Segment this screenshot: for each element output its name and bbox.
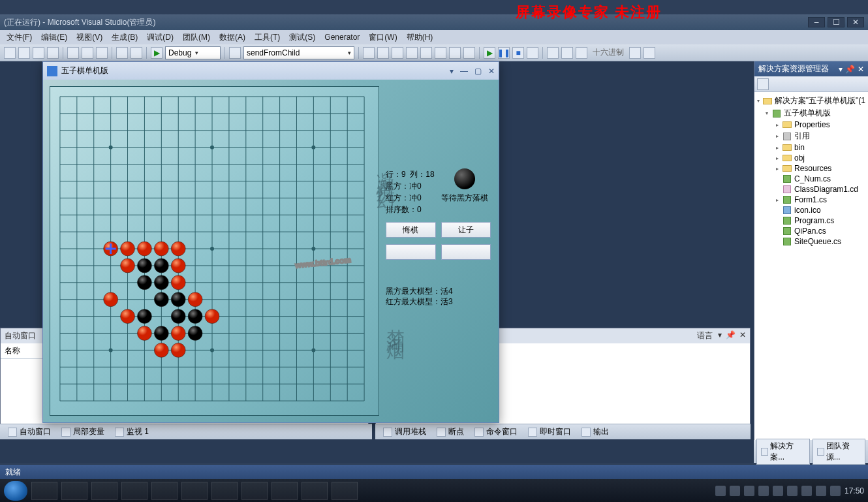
tb-icon-3[interactable] bbox=[392, 47, 403, 59]
gomoku-titlebar[interactable]: 五子棋单机版 ▾ — ▢ ✕ bbox=[43, 62, 499, 80]
game-button-3[interactable] bbox=[386, 244, 436, 260]
tree-row[interactable]: ▸Form1.cs bbox=[756, 195, 867, 205]
save-all-icon[interactable] bbox=[47, 47, 59, 59]
copy-icon[interactable] bbox=[82, 47, 93, 59]
gomoku-maximize-icon[interactable]: ▢ bbox=[474, 67, 482, 76]
panel-pin-icon[interactable]: 📌 bbox=[845, 65, 855, 74]
dbg-step-over-icon[interactable] bbox=[561, 47, 573, 59]
taskbar-item-2[interactable] bbox=[61, 482, 87, 500]
sol-tb-icon[interactable] bbox=[757, 78, 769, 90]
bottom-tab[interactable]: 即时窗口 bbox=[524, 425, 575, 439]
menu-item[interactable]: 数据(A) bbox=[215, 31, 249, 44]
open-icon[interactable] bbox=[18, 47, 30, 59]
bottom-tab[interactable]: 自动窗口 bbox=[4, 425, 55, 439]
tree-row[interactable]: ▸obj bbox=[756, 153, 867, 163]
taskbar-item-9[interactable] bbox=[271, 482, 298, 500]
tb-icon-2[interactable] bbox=[377, 47, 389, 59]
pass-button[interactable]: 让子 bbox=[441, 222, 491, 238]
game-button-4[interactable] bbox=[441, 244, 491, 260]
maximize-button[interactable]: ☐ bbox=[828, 17, 845, 27]
dbg-step-out-icon[interactable] bbox=[576, 47, 587, 59]
dbg-step-into-icon[interactable] bbox=[547, 47, 559, 59]
tb-icon-end1[interactable] bbox=[629, 47, 641, 59]
tree-row[interactable]: C_Num.cs bbox=[756, 174, 867, 184]
menu-item[interactable]: 工具(T) bbox=[251, 31, 284, 44]
panel-close-icon[interactable]: ✕ bbox=[858, 65, 864, 74]
tree-row[interactable]: QiPan.cs bbox=[756, 226, 867, 236]
find-combo[interactable]: sendFromChild▾ bbox=[243, 46, 354, 59]
tree-row[interactable]: ▸bin bbox=[756, 142, 867, 153]
taskbar-item-3[interactable] bbox=[91, 482, 117, 500]
tree-row[interactable]: ▾五子棋单机版 bbox=[756, 107, 867, 119]
tb-icon-end2[interactable] bbox=[643, 47, 655, 59]
undo-icon[interactable] bbox=[116, 47, 128, 59]
bottom-tab[interactable]: 局部变量 bbox=[57, 425, 108, 439]
tree-row[interactable]: ▸引用 bbox=[756, 130, 867, 142]
tray-icon-8[interactable] bbox=[816, 486, 826, 496]
dbg-restart-icon[interactable] bbox=[527, 47, 538, 59]
tree-row[interactable]: SiteQueue.cs bbox=[756, 236, 867, 247]
tray-icon-4[interactable] bbox=[758, 486, 769, 496]
toolbar-icon-a[interactable] bbox=[229, 47, 241, 59]
bottom-tab[interactable]: 命令窗口 bbox=[471, 425, 521, 439]
bottom-tab[interactable]: 调用堆栈 bbox=[379, 425, 430, 439]
menu-item[interactable]: 编辑(E) bbox=[37, 31, 71, 44]
tray-icon-7[interactable] bbox=[801, 486, 812, 496]
taskbar-item-8[interactable] bbox=[241, 482, 268, 500]
new-project-icon[interactable] bbox=[4, 47, 16, 59]
menu-item[interactable]: 窗口(W) bbox=[365, 31, 401, 44]
menu-item[interactable]: 调试(D) bbox=[143, 31, 178, 44]
solution-tree[interactable]: ▾解决方案"五子棋单机版"(1▾五子棋单机版▸Properties▸引用▸bin… bbox=[754, 92, 868, 440]
tree-row[interactable]: ▾解决方案"五子棋单机版"(1 bbox=[756, 95, 867, 107]
menu-item[interactable]: 团队(M) bbox=[179, 31, 214, 44]
menu-item[interactable]: 视图(V) bbox=[72, 31, 106, 44]
paste-icon[interactable] bbox=[96, 47, 108, 59]
menu-item[interactable]: 帮助(H) bbox=[403, 31, 437, 44]
rl-close-icon[interactable]: ✕ bbox=[739, 330, 746, 341]
bottom-tab[interactable]: 监视 1 bbox=[111, 425, 153, 439]
minimize-button[interactable]: – bbox=[808, 17, 825, 27]
menu-item[interactable]: 文件(F) bbox=[3, 31, 36, 44]
taskbar-item-10[interactable] bbox=[302, 482, 328, 500]
tray-icon-3[interactable] bbox=[744, 486, 754, 496]
tb-icon-1[interactable] bbox=[363, 47, 375, 59]
config-combo[interactable]: Debug▾ bbox=[165, 46, 221, 59]
taskbar-item-1[interactable] bbox=[31, 482, 57, 500]
cut-icon[interactable] bbox=[67, 47, 79, 59]
bottom-tab[interactable]: 输出 bbox=[578, 425, 613, 439]
tray-icon-9[interactable] bbox=[830, 486, 841, 496]
start-debug-icon[interactable]: ▶ bbox=[151, 47, 163, 59]
tray-icon-5[interactable] bbox=[773, 486, 783, 496]
redo-icon[interactable] bbox=[131, 47, 142, 59]
tree-row[interactable]: ClassDiagram1.cd bbox=[756, 184, 867, 195]
dbg-stop-icon[interactable]: ■ bbox=[512, 47, 524, 59]
rl-pin-icon[interactable]: 📌 bbox=[726, 330, 736, 341]
menu-item[interactable]: 测试(S) bbox=[285, 31, 319, 44]
close-button[interactable]: ✕ bbox=[847, 17, 864, 27]
gomoku-dropdown-icon[interactable]: ▾ bbox=[450, 67, 454, 76]
tree-row[interactable]: Program.cs bbox=[756, 215, 867, 226]
tree-row[interactable]: ▸Resources bbox=[756, 163, 867, 174]
gomoku-minimize-icon[interactable]: — bbox=[460, 67, 468, 76]
gomoku-board[interactable] bbox=[50, 86, 379, 416]
save-icon[interactable] bbox=[33, 47, 44, 59]
taskbar-item-5[interactable] bbox=[151, 482, 178, 500]
tree-row[interactable]: icon.ico bbox=[756, 205, 867, 215]
dbg-pause-icon[interactable]: ❚❚ bbox=[498, 47, 510, 59]
team-explorer-tab[interactable]: 团队资源... bbox=[813, 439, 866, 465]
bottom-tab[interactable]: 断点 bbox=[433, 425, 468, 439]
tb-icon-4[interactable] bbox=[406, 47, 418, 59]
menu-item[interactable]: 生成(B) bbox=[108, 31, 142, 44]
panel-dropdown-icon[interactable]: ▾ bbox=[839, 65, 843, 74]
taskbar-item-7[interactable] bbox=[211, 482, 238, 500]
undo-button[interactable]: 悔棋 bbox=[386, 222, 436, 238]
tb-icon-7[interactable] bbox=[449, 47, 461, 59]
gomoku-close-icon[interactable]: ✕ bbox=[488, 67, 495, 76]
tb-icon-6[interactable] bbox=[435, 47, 446, 59]
tray-icon-1[interactable] bbox=[715, 486, 726, 496]
tb-icon-5[interactable] bbox=[420, 47, 432, 59]
tree-row[interactable]: ▸Properties bbox=[756, 119, 867, 130]
taskbar-item-6[interactable] bbox=[181, 482, 208, 500]
tray-icon-6[interactable] bbox=[787, 486, 798, 496]
taskbar-clock[interactable]: 17:50 bbox=[845, 486, 864, 495]
